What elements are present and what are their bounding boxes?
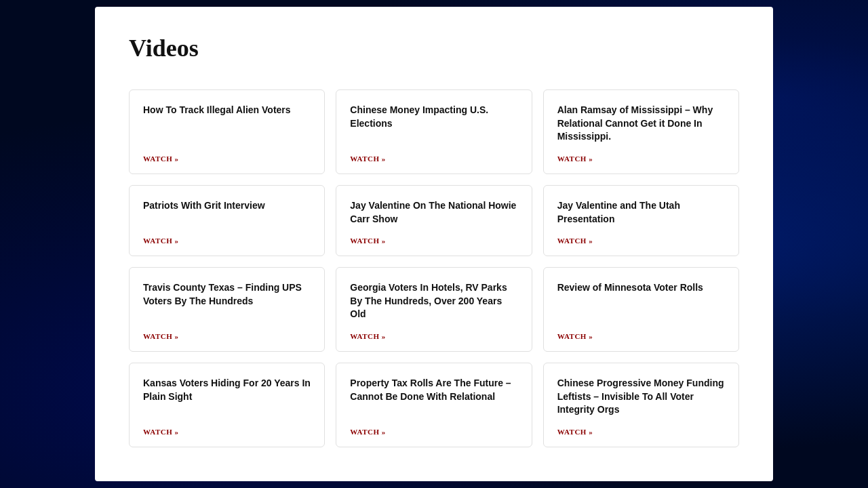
video-title: Jay Valentine On The National Howie Carr… bbox=[350, 199, 517, 226]
video-title: Kansas Voters Hiding For 20 Years In Pla… bbox=[143, 377, 311, 403]
watch-link[interactable]: WATCH » bbox=[557, 332, 725, 340]
watch-link[interactable]: WATCH » bbox=[350, 155, 517, 163]
watch-link[interactable]: WATCH » bbox=[143, 237, 311, 245]
video-card: Property Tax Rolls Are The Future – Cann… bbox=[336, 363, 532, 447]
watch-link[interactable]: WATCH » bbox=[557, 155, 725, 163]
video-title: Georgia Voters In Hotels, RV Parks By Th… bbox=[350, 281, 517, 321]
watch-link[interactable]: WATCH » bbox=[143, 428, 311, 436]
video-title: Chinese Progressive Money Funding Leftis… bbox=[557, 377, 725, 417]
watch-link[interactable]: WATCH » bbox=[350, 428, 517, 436]
video-card: Jay Valentine On The National Howie Carr… bbox=[336, 185, 532, 256]
video-title: How To Track Illegal Alien Voters bbox=[143, 104, 311, 117]
video-title: Travis County Texas – Finding UPS Voters… bbox=[143, 281, 311, 308]
video-card: How To Track Illegal Alien VotersWATCH » bbox=[129, 89, 325, 174]
video-card: Kansas Voters Hiding For 20 Years In Pla… bbox=[129, 363, 325, 447]
video-card: Travis County Texas – Finding UPS Voters… bbox=[129, 267, 325, 352]
page-title: Videos bbox=[129, 34, 739, 62]
video-card: Jay Valentine and The Utah PresentationW… bbox=[543, 185, 739, 256]
videos-grid: How To Track Illegal Alien VotersWATCH »… bbox=[129, 89, 739, 447]
main-content: Videos How To Track Illegal Alien Voters… bbox=[95, 7, 773, 481]
video-title: Patriots With Grit Interview bbox=[143, 199, 311, 213]
watch-link[interactable]: WATCH » bbox=[557, 237, 725, 245]
video-card: Chinese Money Impacting U.S. ElectionsWA… bbox=[336, 89, 532, 174]
video-title: Review of Minnesota Voter Rolls bbox=[557, 281, 725, 295]
video-card: Georgia Voters In Hotels, RV Parks By Th… bbox=[336, 267, 532, 352]
video-title: Alan Ramsay of Mississippi – Why Relatio… bbox=[557, 104, 725, 144]
video-title: Jay Valentine and The Utah Presentation bbox=[557, 199, 725, 226]
watch-link[interactable]: WATCH » bbox=[557, 428, 725, 436]
video-title: Chinese Money Impacting U.S. Elections bbox=[350, 104, 517, 130]
video-title: Property Tax Rolls Are The Future – Cann… bbox=[350, 377, 517, 403]
video-card: Review of Minnesota Voter RollsWATCH » bbox=[543, 267, 739, 352]
video-card: Chinese Progressive Money Funding Leftis… bbox=[543, 363, 739, 447]
video-card: Patriots With Grit InterviewWATCH » bbox=[129, 185, 325, 256]
video-card: Alan Ramsay of Mississippi – Why Relatio… bbox=[543, 89, 739, 174]
watch-link[interactable]: WATCH » bbox=[143, 332, 311, 340]
watch-link[interactable]: WATCH » bbox=[350, 237, 517, 245]
watch-link[interactable]: WATCH » bbox=[143, 155, 311, 163]
watch-link[interactable]: WATCH » bbox=[350, 332, 517, 340]
